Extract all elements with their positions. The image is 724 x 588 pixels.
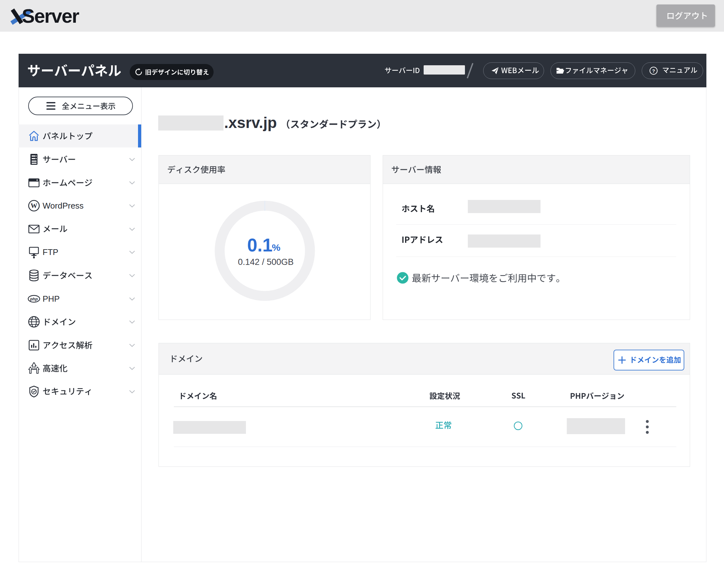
svg-text:?: ? bbox=[652, 68, 655, 74]
svg-text:W: W bbox=[31, 202, 38, 210]
svg-text:php: php bbox=[30, 297, 38, 301]
